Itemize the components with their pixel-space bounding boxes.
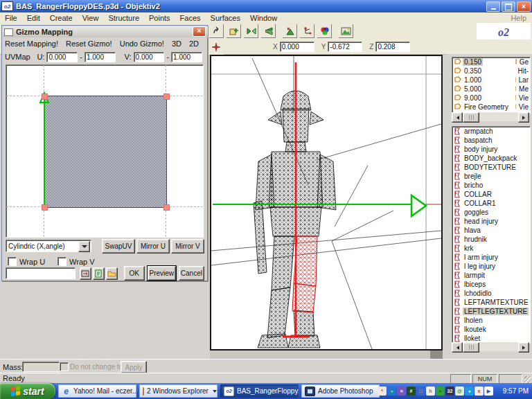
maximize-button[interactable]	[502, 1, 515, 12]
coord-y-field[interactable]: -0.672	[328, 42, 362, 52]
selection-list-item[interactable]: hlava	[452, 226, 530, 235]
dialog-menu-item[interactable]: Reset Mapping!	[5, 39, 58, 48]
tray-icon[interactable]: ▪	[436, 387, 445, 396]
swapuv-button[interactable]: SwapUV	[102, 239, 135, 254]
preview-button[interactable]: Preview	[148, 266, 176, 281]
selection-list-item[interactable]: larmpit	[452, 271, 530, 280]
selection-hscrollbar[interactable]	[452, 342, 529, 351]
selection-list-item[interactable]: krk	[452, 244, 530, 253]
projection-dropdown[interactable]: Cylindric (X,angle)	[6, 240, 91, 252]
pin-points-icon[interactable]	[208, 39, 224, 55]
menu-item[interactable]: Structure	[103, 14, 144, 22]
selection-list-item[interactable]: lbiceps	[452, 280, 530, 289]
menu-item[interactable]: Edit	[22, 14, 45, 22]
lod-list-item-col2[interactable]: Vie	[513, 94, 530, 103]
background-texture-icon[interactable]	[338, 24, 354, 39]
uv-handle-bottomleft[interactable]	[42, 204, 48, 211]
dialog-titlebar[interactable]: Gizmo Mapping	[3, 26, 208, 37]
selection-list-item[interactable]: lkoutek	[452, 325, 530, 334]
tray-icon[interactable]: ●	[387, 387, 396, 396]
v-max-field[interactable]: 1.000	[171, 52, 202, 62]
uv-handle-topright[interactable]	[163, 94, 170, 100]
menu-item[interactable]: Faces	[175, 14, 206, 22]
taskbar-task-photoshop[interactable]: Adobe Photoshop	[301, 384, 380, 398]
mirror-v-button[interactable]: Mirror V	[171, 239, 204, 254]
tray-icon[interactable]: @	[455, 387, 464, 396]
tray-icon[interactable]: #	[407, 387, 416, 396]
lod-list-item-col2[interactable]: Hit-	[513, 66, 530, 76]
tray-icon[interactable]: x	[475, 387, 484, 396]
selection-list-item[interactable]: l arm injury	[452, 253, 530, 262]
menu-item[interactable]: File	[0, 14, 22, 22]
flip-faces-icon[interactable]	[260, 24, 276, 39]
apply-button[interactable]: Apply	[121, 361, 147, 373]
selection-list-item[interactable]: COLLAR	[452, 190, 530, 199]
menu-item[interactable]: Surfaces	[206, 14, 245, 22]
tray-icon[interactable]: ●	[465, 387, 474, 396]
selection-list-item[interactable]: body injury	[452, 145, 530, 154]
tray-icon[interactable]: 32	[445, 387, 454, 396]
menu-item[interactable]: View	[78, 14, 104, 22]
vertex-tool-icon[interactable]	[299, 24, 315, 39]
dialog-menu-item[interactable]: 3D	[172, 39, 181, 48]
selection-list-item[interactable]: LEFTARMTEXTURE	[452, 298, 530, 307]
mass-checkbox[interactable]	[60, 362, 69, 371]
edit-texture-icon[interactable]	[93, 267, 105, 280]
taskbar-task-objektiv[interactable]: o2 BAS_RangerFloppy...	[220, 384, 299, 398]
tray-icon[interactable]: ▶	[484, 387, 493, 396]
mirror-faces-icon[interactable]	[243, 24, 259, 39]
selection-list-item[interactable]: BODYTEXTURE	[452, 163, 530, 172]
dropdown-arrow-icon[interactable]	[78, 241, 90, 252]
dialog-menu-item[interactable]: 2D	[189, 39, 199, 48]
menu-item[interactable]: Window	[245, 14, 282, 22]
dialog-menu-item[interactable]: Reset Gizmo!	[66, 39, 112, 48]
colors-icon[interactable]	[317, 24, 332, 39]
lod-list-item-col2[interactable]: Me	[513, 85, 530, 94]
lod-hscrollbar[interactable]	[452, 112, 529, 121]
uv-handle-bottomright[interactable]	[163, 204, 170, 211]
create-face-icon[interactable]	[282, 24, 298, 39]
selection-list-item[interactable]: lholen	[452, 316, 530, 325]
minimize-button[interactable]	[486, 1, 500, 12]
lod-list-item-col2[interactable]: Ge	[513, 57, 530, 66]
viewport-3d[interactable]	[210, 55, 443, 351]
selection-list-item[interactable]: lchodidlo	[452, 289, 530, 298]
tray-icon[interactable]: *	[378, 387, 387, 396]
v-min-field[interactable]: 0.000	[134, 52, 165, 62]
mirror-u-button[interactable]: Mirror U	[136, 239, 170, 254]
start-button[interactable]: start	[0, 383, 55, 399]
selection-list-item[interactable]: head injury	[452, 217, 530, 226]
selection-list-item[interactable]: brejle	[452, 172, 530, 181]
mass-field[interactable]	[22, 362, 60, 372]
select-texture-icon[interactable]	[80, 267, 91, 280]
selection-list-item[interactable]: baspatch	[452, 136, 530, 145]
scroll-right-icon[interactable]	[518, 342, 529, 353]
selection-list-item[interactable]: goggles	[452, 208, 530, 217]
menu-item[interactable]: Points	[144, 14, 175, 22]
dialog-close-icon[interactable]: ×	[193, 26, 206, 37]
scroll-left-icon[interactable]	[452, 112, 463, 123]
paste-points-icon[interactable]	[226, 24, 242, 39]
tray-icon[interactable]: ■	[397, 387, 406, 396]
tray-icon[interactable]: h	[426, 387, 435, 396]
tray-icon[interactable]: □	[416, 387, 425, 396]
menu-item-help[interactable]: Help	[511, 14, 526, 22]
ok-button[interactable]: OK	[124, 266, 145, 281]
coord-z-field[interactable]: 0.208	[375, 42, 410, 52]
cancel-button[interactable]: Cancel	[179, 266, 204, 281]
selection-list-item[interactable]: armpatch	[452, 127, 530, 136]
resize-grip[interactable]	[524, 376, 531, 383]
selection-list-item[interactable]: BODY_backpack	[452, 154, 530, 163]
menu-item[interactable]: Create	[45, 14, 78, 22]
taskbar-task-explorer-group[interactable]: 2 Windows Explorer	[139, 384, 218, 398]
texture-name-field[interactable]	[6, 267, 76, 279]
close-button[interactable]: ×	[517, 1, 531, 12]
selection-list-item[interactable]: l leg injury	[452, 262, 530, 271]
lod-list[interactable]: 0.150 0.350 1.000 5.000 9.000	[452, 57, 531, 114]
u-max-field[interactable]: 1.000	[85, 52, 116, 62]
coord-x-field[interactable]: 0.000	[280, 42, 314, 52]
dialog-menu-item[interactable]: Undo Gizmo!	[120, 39, 164, 48]
wrap-v-checkbox[interactable]: Wrap V	[57, 257, 94, 266]
lod-list-item-col2[interactable]: Vie	[513, 103, 530, 112]
uv-mapping-square[interactable]	[44, 96, 167, 208]
